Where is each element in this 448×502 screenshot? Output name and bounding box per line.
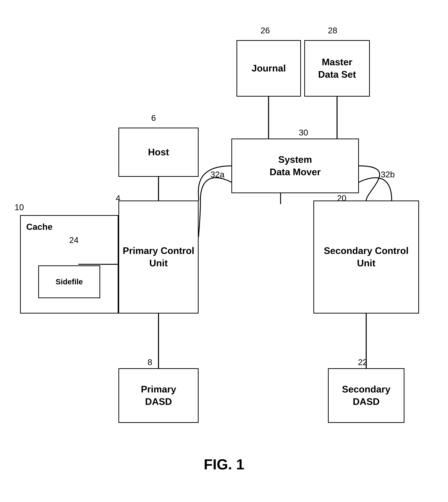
- ref-32b: 32b: [381, 169, 395, 179]
- primary-dasd-box: PrimaryDASD: [118, 368, 199, 423]
- secondary-dasd-label: SecondaryDASD: [342, 383, 390, 408]
- cache-box: Cache Sidefile: [20, 215, 118, 314]
- primary-control-unit-box: Primary ControlUnit: [118, 201, 199, 314]
- ref-26: 26: [260, 26, 270, 35]
- primary-control-unit-label: Primary ControlUnit: [123, 245, 194, 269]
- ref-32a: 32a: [210, 169, 224, 179]
- sidefile-box: Sidefile: [38, 265, 100, 298]
- secondary-control-unit-box: Secondary ControlUnit: [313, 201, 419, 314]
- figure-label: FIG. 1: [204, 456, 244, 473]
- master-data-set-box: MasterData Set: [304, 40, 370, 97]
- ref-24: 24: [69, 235, 79, 245]
- ref-8: 8: [148, 357, 152, 367]
- system-data-mover-box: SystemData Mover: [231, 138, 359, 193]
- journal-label: Journal: [252, 62, 286, 75]
- cache-label: Cache: [26, 221, 52, 233]
- ref-22: 22: [358, 357, 367, 367]
- ref-6: 6: [151, 113, 156, 123]
- journal-box: Journal: [237, 40, 301, 97]
- fig-title: FIG. 1: [204, 456, 244, 472]
- ref-30: 30: [299, 128, 308, 137]
- ref-28: 28: [328, 26, 337, 35]
- ref-10: 10: [15, 202, 24, 212]
- secondary-dasd-box: SecondaryDASD: [328, 368, 404, 423]
- diagram: 26 Journal 28 MasterData Set 30 SystemDa…: [0, 0, 448, 502]
- secondary-control-unit-label: Secondary ControlUnit: [324, 245, 408, 269]
- master-data-set-label: MasterData Set: [318, 56, 356, 81]
- host-box: Host: [118, 128, 199, 177]
- system-data-mover-label: SystemData Mover: [270, 153, 321, 178]
- host-label: Host: [148, 146, 169, 158]
- sidefile-label: Sidefile: [56, 277, 83, 287]
- primary-dasd-label: PrimaryDASD: [141, 383, 176, 408]
